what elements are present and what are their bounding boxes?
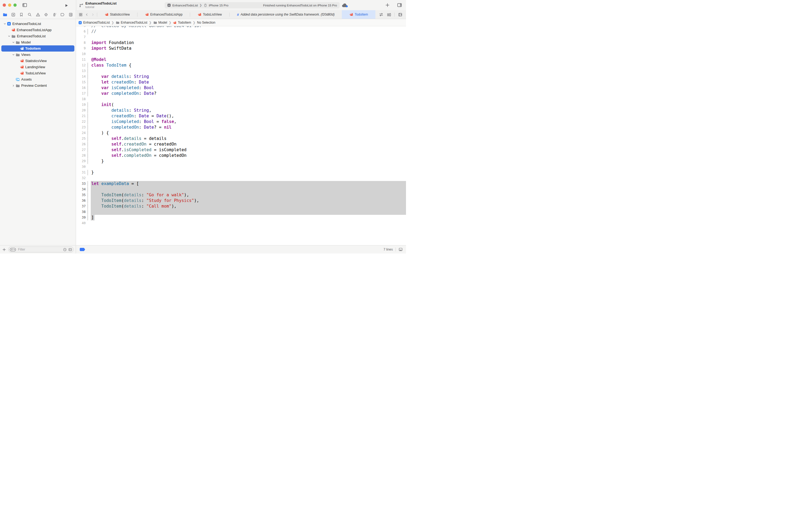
- sidebar-item-landingview[interactable]: LandingView: [1, 64, 74, 70]
- breadcrumb-item-model[interactable]: Model: [153, 21, 167, 24]
- code-line-33[interactable]: 33let exampleData = [: [76, 181, 406, 187]
- filter-input[interactable]: [17, 247, 61, 251]
- code-line-13[interactable]: 13: [76, 68, 406, 74]
- test-navigator-icon[interactable]: [44, 12, 48, 17]
- project-header[interactable]: EnhancedTodoList tutorial: [79, 1, 117, 9]
- title-bar: EnhancedTodoList tutorial EnhancedTodoLi…: [0, 0, 406, 10]
- code-line-20[interactable]: 20 details: String,: [76, 108, 406, 113]
- disclosure-down-icon[interactable]: [3, 22, 7, 25]
- sidebar-item-enhancedtodolist[interactable]: EnhancedTodoList: [1, 21, 74, 27]
- code-line-5[interactable]: 5// Created by Russell Gordon on 2024-01…: [76, 26, 406, 29]
- sidebar-item-enhancedtodolistapp[interactable]: EnhancedTodoListApp: [1, 27, 74, 33]
- filter-field[interactable]: [8, 246, 73, 252]
- recent-files-icon[interactable]: [63, 247, 67, 251]
- code-line-10[interactable]: 10: [76, 51, 406, 57]
- code-line-34[interactable]: 34: [76, 187, 406, 192]
- tab-enhancedtodolistapp[interactable]: EnhancedTodoListApp: [137, 10, 190, 19]
- disclosure-down-icon[interactable]: [11, 41, 15, 44]
- debug-navigator-icon[interactable]: [52, 12, 57, 17]
- code-text: var isCompleted: Bool: [91, 85, 154, 91]
- new-tab-button[interactable]: [385, 2, 390, 8]
- filter-icon[interactable]: [10, 247, 16, 252]
- code-line-26[interactable]: 26 self.createdOn = createdOn: [76, 142, 406, 147]
- code-line-40[interactable]: 40: [76, 220, 406, 226]
- source-control-navigator-icon[interactable]: [11, 12, 15, 17]
- add-file-button[interactable]: [2, 247, 6, 252]
- tab-todolistview[interactable]: TodoListView: [190, 10, 229, 19]
- folder-active-navigator-icon[interactable]: [3, 12, 7, 17]
- add-editor-icon[interactable]: [398, 12, 403, 17]
- code-line-30[interactable]: 30: [76, 164, 406, 170]
- breadcrumb-item-enhancedtodolist[interactable]: EnhancedTodoList: [78, 21, 110, 24]
- code-line-12[interactable]: 12class TodoItem {: [76, 63, 406, 68]
- code-line-8[interactable]: 8import Foundation: [76, 40, 406, 46]
- breakpoints-toggle-icon[interactable]: [79, 247, 85, 251]
- sidebar-item-statisticsview[interactable]: StatisticsView: [1, 58, 74, 64]
- back-button[interactable]: [85, 12, 89, 17]
- breadcrumb-item-todoitem[interactable]: TodoItem: [173, 21, 191, 24]
- code-line-19[interactable]: 19 init(: [76, 102, 406, 108]
- debug-area-toggle-icon[interactable]: [399, 247, 403, 251]
- code-line-16[interactable]: 16 var isCompleted: Bool: [76, 85, 406, 91]
- code-line-36[interactable]: 36 TodoItem(details: "Study for Physics"…: [76, 198, 406, 204]
- close-button[interactable]: [3, 3, 6, 7]
- code-line-24[interactable]: 24 ) {: [76, 130, 406, 136]
- cloud-sync-icon[interactable]: [342, 3, 348, 7]
- code-line-27[interactable]: 27 self.isCompleted = isCompleted: [76, 147, 406, 153]
- code-line-25[interactable]: 25 self.details = details: [76, 136, 406, 142]
- sidebar-item-preview-content[interactable]: Preview Content: [1, 82, 74, 89]
- code-line-37[interactable]: 37 TodoItem(details: "Call mom"),: [76, 204, 406, 209]
- toggle-inspector-icon[interactable]: [397, 2, 402, 8]
- code-line-32[interactable]: 32: [76, 175, 406, 181]
- code-line-14[interactable]: 14 var details: String: [76, 74, 406, 79]
- code-line-35[interactable]: 35 TodoItem(details: "Go for a walk"),: [76, 192, 406, 198]
- sidebar-item-assets[interactable]: Assets: [1, 76, 74, 82]
- sidebar-item-todolistview[interactable]: TodoListView: [1, 70, 74, 76]
- zoom-button[interactable]: [13, 3, 17, 7]
- breakpoint-navigator-icon[interactable]: [60, 12, 65, 17]
- swap-editor-icon[interactable]: [379, 12, 384, 17]
- source-editor[interactable]: 5// Created by Russell Gordon on 2024-01…: [76, 26, 406, 245]
- related-items-icon[interactable]: [79, 12, 83, 17]
- toggle-navigator-icon[interactable]: [22, 2, 27, 8]
- source-control-filter-icon[interactable]: [68, 247, 72, 251]
- code-line-15[interactable]: 15 let createdOn: Date: [76, 79, 406, 85]
- run-destination[interactable]: EnhancedTodoList ❯ iPhone 15 Pro: [167, 3, 229, 7]
- code-line-6[interactable]: 6//: [76, 29, 406, 35]
- disclosure-down-icon[interactable]: [7, 35, 11, 38]
- sidebar-item-views[interactable]: Views: [1, 52, 74, 58]
- sidebar-item-enhancedtodolist[interactable]: EnhancedTodoList: [1, 33, 74, 39]
- code-line-18[interactable]: 18: [76, 97, 406, 102]
- code-line-23[interactable]: 23 completedOn: Date? = nil: [76, 125, 406, 130]
- bookmark-navigator-icon[interactable]: [19, 12, 23, 17]
- code-line-31[interactable]: 31}: [76, 170, 406, 175]
- report-navigator-icon[interactable]: [68, 12, 73, 17]
- code-line-28[interactable]: 28 self.completedOn = completedOn: [76, 153, 406, 158]
- swift-file-icon: [349, 13, 353, 16]
- breadcrumb-item-enhancedtodolist[interactable]: EnhancedTodoList: [116, 21, 148, 24]
- code-line-22[interactable]: 22 isCompleted: Bool = false,: [76, 119, 406, 125]
- tab-statisticsview[interactable]: StatisticsView: [97, 10, 137, 19]
- sidebar-item-model[interactable]: Model: [1, 39, 74, 45]
- code-line-7[interactable]: 7: [76, 35, 406, 40]
- code-line-9[interactable]: 9import SwiftData: [76, 46, 406, 51]
- run-button[interactable]: [64, 3, 68, 8]
- activity-status-bar[interactable]: EnhancedTodoList ❯ iPhone 15 Pro Finishe…: [165, 2, 340, 8]
- forward-button[interactable]: [91, 12, 95, 17]
- tab-todoitem[interactable]: TodoItem: [342, 10, 375, 19]
- code-line-38[interactable]: 38: [76, 209, 406, 215]
- warning-navigator-icon[interactable]: [36, 12, 40, 17]
- minimize-button[interactable]: [8, 3, 11, 7]
- adjust-editor-icon[interactable]: [387, 12, 391, 17]
- code-line-17[interactable]: 17 var completedOn: Date?: [76, 91, 406, 97]
- disclosure-right-icon[interactable]: [11, 84, 15, 87]
- tab-commit[interactable]: #Added data persistence using the SwiftD…: [230, 10, 342, 19]
- code-line-11[interactable]: 11@Model: [76, 57, 406, 63]
- code-line-39[interactable]: 39]: [76, 215, 406, 220]
- disclosure-down-icon[interactable]: [11, 53, 15, 56]
- code-line-21[interactable]: 21 createdOn: Date = Date(),: [76, 113, 406, 119]
- sidebar-item-todoitem[interactable]: TodoItem: [1, 45, 74, 52]
- code-line-29[interactable]: 29 }: [76, 158, 406, 164]
- breadcrumb-item-no-selection[interactable]: No Selection: [197, 21, 215, 24]
- search-navigator-icon[interactable]: [27, 12, 32, 17]
